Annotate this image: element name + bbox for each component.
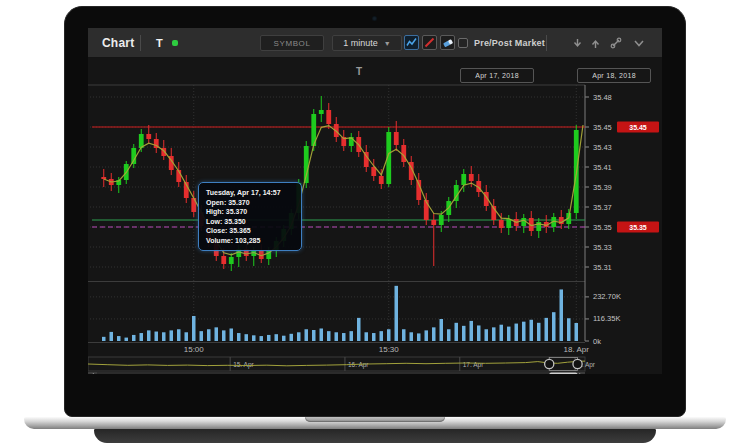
- toolbar-separator: [546, 35, 547, 51]
- arrow-up-icon: [590, 38, 601, 49]
- download-button[interactable]: [570, 36, 584, 50]
- nav-handle-right[interactable]: [573, 359, 582, 368]
- chart-canvas[interactable]: 35.4835.4535.4335.4135.3935.3735.3535.33…: [88, 58, 662, 374]
- tooltip-datetime: Tuesday, Apr 17, 14:57: [206, 188, 294, 198]
- svg-text:15:30: 15:30: [379, 345, 400, 354]
- svg-text:35.31: 35.31: [593, 263, 612, 272]
- webcam-icon: [372, 16, 377, 21]
- svg-text:116.35K: 116.35K: [593, 314, 620, 323]
- price-pane: [101, 96, 578, 271]
- timeframe-dropdown[interactable]: 1 minute ▼: [332, 35, 402, 51]
- svg-text:232.70K: 232.70K: [593, 292, 621, 301]
- symbol-watermark: T: [356, 66, 362, 77]
- tooltip-close: Close: 35.365: [206, 226, 294, 236]
- indicators-button[interactable]: [404, 35, 419, 50]
- laptop-base: [24, 417, 726, 429]
- date-from-input[interactable]: Apr 17, 2018: [460, 68, 534, 83]
- ohlc-tooltip: Tuesday, Apr 17, 14:57 Open: 35.370 High…: [198, 182, 302, 251]
- drawing-tools-button[interactable]: [422, 35, 437, 50]
- svg-text:35.43: 35.43: [593, 143, 612, 152]
- laptop-mockup: Chart T 1 minute ▼: [0, 0, 750, 447]
- svg-text:35.39: 35.39: [593, 183, 612, 192]
- indicator-zigzag-icon: [406, 37, 417, 48]
- scroll-left-button[interactable]: [88, 372, 97, 374]
- svg-text:35.37: 35.37: [593, 203, 612, 212]
- symbol-input[interactable]: [260, 35, 324, 51]
- svg-text:35.41: 35.41: [593, 163, 612, 172]
- svg-text:0k: 0k: [593, 337, 601, 346]
- chart-panel: 35.4835.4535.4335.4135.3935.3735.3535.33…: [88, 58, 662, 374]
- svg-text:35.35: 35.35: [593, 223, 612, 232]
- link-button[interactable]: [609, 36, 623, 50]
- eraser-button[interactable]: [440, 35, 455, 50]
- svg-text:35.33: 35.33: [593, 243, 612, 252]
- svg-text:35.35: 35.35: [629, 224, 647, 231]
- eraser-icon: [442, 37, 454, 49]
- chevron-down-icon: ▼: [384, 40, 391, 47]
- tooltip-high: High: 35.370: [206, 207, 294, 217]
- prepost-market-label: Pre/Post Market: [474, 28, 545, 58]
- toolbar-separator: [140, 35, 141, 51]
- arrow-down-icon: [572, 38, 583, 49]
- tooltip-volume: Volume: 103,285: [206, 236, 294, 246]
- timeframe-value: 1 minute: [343, 38, 378, 48]
- tooltip-open: Open: 35.370: [206, 198, 294, 208]
- laptop-notch: [305, 417, 445, 422]
- toolbar: Chart T 1 minute ▼: [88, 28, 662, 58]
- prepost-market-checkbox[interactable]: [458, 38, 468, 48]
- collapse-button[interactable]: [632, 36, 646, 50]
- ticker-label: T: [156, 28, 163, 58]
- svg-text:17. Apr: 17. Apr: [463, 361, 484, 369]
- volume-pane: [102, 286, 578, 341]
- nav-handle-left[interactable]: [545, 359, 554, 368]
- stream-status-indicator: [172, 40, 178, 46]
- laptop-shadow: [94, 429, 656, 443]
- upload-button[interactable]: [588, 36, 602, 50]
- date-to-input[interactable]: Apr 18, 2018: [577, 68, 651, 83]
- scrollbar-thumb[interactable]: [549, 373, 577, 375]
- app-screen: Chart T 1 minute ▼: [88, 28, 662, 374]
- svg-text:35.48: 35.48: [593, 93, 612, 102]
- svg-text:35.45: 35.45: [593, 123, 612, 132]
- scrollbar: [88, 372, 585, 374]
- trendline-icon: [424, 37, 435, 48]
- tooltip-low: Low: 35.350: [206, 217, 294, 227]
- svg-text:35.45: 35.45: [629, 124, 647, 131]
- svg-text:15:00: 15:00: [184, 345, 205, 354]
- link-icon: [610, 37, 622, 49]
- page-title: Chart: [102, 28, 134, 58]
- chevron-down-icon: [633, 39, 645, 48]
- svg-text:18. Apr: 18. Apr: [564, 345, 590, 354]
- navigator: 15. Apr16. Apr17. Apr8. Apr: [88, 357, 596, 371]
